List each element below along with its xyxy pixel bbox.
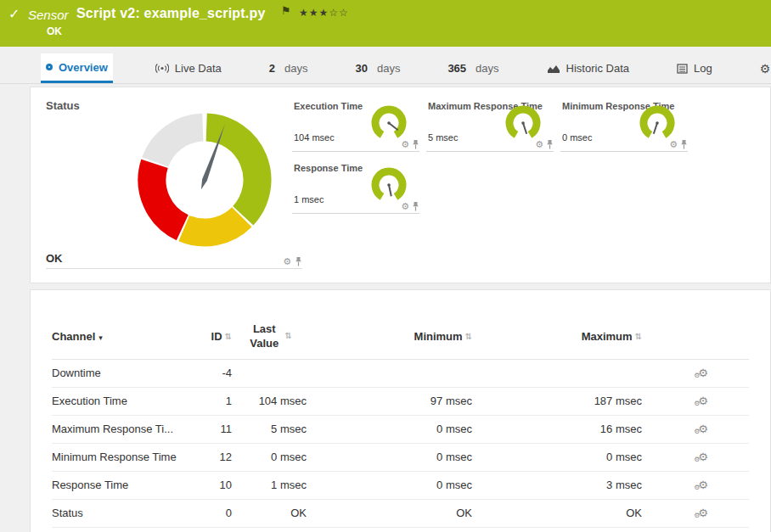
tab-overview[interactable]: Overview bbox=[41, 53, 113, 83]
gear-icon-small: ⚙ bbox=[694, 484, 700, 491]
mini-gauge-pin-icon[interactable] bbox=[546, 139, 554, 149]
col-header-last-value[interactable]: Last Value⇅ bbox=[232, 322, 307, 351]
mini-gauge-gear-icon[interactable]: ⚙ bbox=[669, 140, 678, 149]
status-gauge-gear-icon[interactable]: ⚙ bbox=[283, 257, 291, 266]
gear-icon-small: ⚙ bbox=[694, 456, 700, 463]
channel-last-value: 0 msec bbox=[232, 451, 307, 463]
channel-id: 11 bbox=[205, 423, 232, 435]
tab-bar: Overview Live Data 2days 30days 365days … bbox=[0, 53, 771, 84]
tab-2-days[interactable]: 2days bbox=[264, 53, 313, 83]
tab-historic-data[interactable]: Historic Data bbox=[542, 53, 634, 83]
table-row-downtime: Downtime -4 ⚙⚙ bbox=[52, 360, 749, 388]
sort-icon: ⇅ bbox=[225, 332, 232, 341]
status-gauge-pin-icon[interactable] bbox=[295, 256, 302, 266]
channel-id: -4 bbox=[205, 367, 232, 379]
channel-settings-icon[interactable]: ⚙⚙ bbox=[698, 507, 708, 518]
tab-overview-label: Overview bbox=[59, 61, 108, 74]
channel-settings-icon[interactable]: ⚙⚙ bbox=[698, 451, 708, 462]
mini-gauge-title: Response Time bbox=[294, 163, 363, 173]
tab-log[interactable]: Log bbox=[672, 53, 718, 83]
table-row-status: Status 0 OK OK OK ⚙⚙ bbox=[52, 500, 749, 528]
col-header-maximum[interactable]: Maximum⇅ bbox=[472, 330, 642, 343]
channel-minimum: 0 msec bbox=[307, 479, 472, 491]
channel-name[interactable]: Maximum Response Ti... bbox=[52, 423, 205, 435]
tab-live-data-label: Live Data bbox=[175, 62, 222, 75]
mini-gauge-pin-icon[interactable] bbox=[680, 139, 688, 149]
col-header-last-value-label: Last Value bbox=[246, 322, 282, 351]
channel-settings-icon[interactable]: ⚙⚙ bbox=[698, 395, 708, 406]
priority-flag-icon[interactable]: ⚑ bbox=[281, 4, 291, 17]
mini-gauge-pin-icon[interactable] bbox=[412, 201, 419, 211]
mini-gauge-execution-time: Execution Time 104 msec ⚙ bbox=[292, 101, 419, 152]
gear-icon-small: ⚙ bbox=[694, 372, 700, 379]
channel-minimum: OK bbox=[307, 507, 472, 519]
channel-maximum: 0 msec bbox=[472, 451, 642, 463]
channel-name[interactable]: Response Time bbox=[52, 479, 205, 491]
col-header-maximum-label: Maximum bbox=[582, 330, 633, 343]
channel-last-value: OK bbox=[232, 507, 307, 519]
tab-365-days-number: 365 bbox=[447, 62, 466, 75]
tab-historic-data-label: Historic Data bbox=[566, 62, 629, 75]
channel-id: 0 bbox=[205, 507, 232, 519]
table-row-minimum-response-time: Minimum Response Time 12 0 msec 0 msec 0… bbox=[52, 444, 749, 472]
channel-settings-icon[interactable]: ⚙⚙ bbox=[698, 423, 708, 434]
channel-sort-caret-icon: ▾ bbox=[98, 333, 103, 342]
status-gauge bbox=[132, 108, 277, 252]
channel-name[interactable]: Status bbox=[52, 507, 205, 519]
status-gauge-footer: OK ⚙ bbox=[46, 250, 302, 269]
channel-name[interactable]: Downtime bbox=[52, 367, 205, 379]
tab-log-label: Log bbox=[694, 62, 712, 75]
sensor-title: Script v2: example_script.py bbox=[76, 6, 266, 21]
tab-30-days-unit: days bbox=[377, 62, 400, 75]
tab-30-days[interactable]: 30days bbox=[350, 53, 405, 83]
col-header-channel[interactable]: Channel▾ bbox=[52, 330, 205, 343]
prtg-sensor-page: { "colors": { "brand_green": "#a5c119", … bbox=[0, 0, 771, 532]
log-icon bbox=[677, 64, 688, 74]
col-header-minimum[interactable]: Minimum⇅ bbox=[307, 330, 472, 343]
channel-maximum: 3 msec bbox=[472, 479, 642, 491]
tab-settings[interactable]: ⚙ Settings bbox=[755, 53, 771, 83]
priority-stars[interactable]: ★★★☆☆ bbox=[299, 7, 349, 19]
stars-empty[interactable]: ☆☆ bbox=[329, 7, 349, 19]
stars-filled[interactable]: ★★★ bbox=[299, 7, 329, 19]
status-check-icon: ✓ bbox=[8, 6, 20, 22]
mini-gauge-gear-icon[interactable]: ⚙ bbox=[535, 140, 543, 149]
channel-name[interactable]: Minimum Response Time bbox=[52, 451, 205, 463]
tab-live-data[interactable]: Live Data bbox=[150, 53, 227, 83]
sort-icon: ⇅ bbox=[465, 332, 472, 341]
gear-icon-small: ⚙ bbox=[694, 512, 700, 519]
mini-gauge-value: 0 msec bbox=[562, 132, 592, 143]
historic-data-icon bbox=[547, 64, 560, 74]
mini-gauge-gear-icon[interactable]: ⚙ bbox=[401, 202, 409, 211]
mini-gauge-title: Execution Time bbox=[294, 101, 363, 111]
status-gauge-value: OK bbox=[46, 252, 63, 265]
channel-settings-icon[interactable]: ⚙⚙ bbox=[698, 479, 708, 490]
channel-id: 10 bbox=[205, 479, 232, 491]
table-row-execution-time: Execution Time 1 104 msec 97 msec 187 ms… bbox=[52, 388, 749, 416]
status-overview-panel: Status OK ⚙ Execution Time 104 msec bbox=[30, 87, 771, 283]
sort-icon: ⇅ bbox=[284, 331, 291, 340]
mini-gauge-maximum-response-time: Maximum Response Time 5 msec ⚙ bbox=[426, 101, 554, 152]
settings-gear-icon: ⚙ bbox=[760, 62, 771, 76]
sort-icon: ⇅ bbox=[635, 332, 642, 341]
mini-gauge-gear-icon[interactable]: ⚙ bbox=[401, 140, 409, 149]
col-header-channel-label: Channel bbox=[52, 330, 95, 343]
channel-last-value: 104 msec bbox=[232, 395, 307, 407]
status-panel-title: Status bbox=[46, 99, 80, 112]
mini-gauge-value: 1 msec bbox=[294, 194, 324, 204]
channel-name[interactable]: Execution Time bbox=[52, 395, 205, 407]
mini-gauges: Execution Time 104 msec ⚙ Maximum Respon… bbox=[292, 101, 698, 225]
col-header-id-label: ID bbox=[211, 330, 222, 343]
table-row-response-time: Response Time 10 1 msec 0 msec 3 msec ⚙⚙ bbox=[52, 472, 749, 500]
channel-settings-icon[interactable]: ⚙⚙ bbox=[698, 367, 708, 378]
tab-30-days-number: 30 bbox=[355, 62, 367, 75]
col-header-id[interactable]: ID⇅ bbox=[205, 330, 232, 343]
channel-maximum: 187 msec bbox=[472, 395, 642, 407]
channel-last-value: 1 msec bbox=[232, 479, 307, 491]
gear-icon-small: ⚙ bbox=[694, 400, 700, 407]
response-time-gauge bbox=[369, 166, 409, 204]
tab-365-days[interactable]: 365days bbox=[442, 53, 504, 83]
table-row-maximum-response-time: Maximum Response Ti... 11 5 msec 0 msec … bbox=[52, 416, 749, 444]
channel-maximum: OK bbox=[472, 507, 642, 519]
mini-gauge-pin-icon[interactable] bbox=[412, 139, 419, 149]
